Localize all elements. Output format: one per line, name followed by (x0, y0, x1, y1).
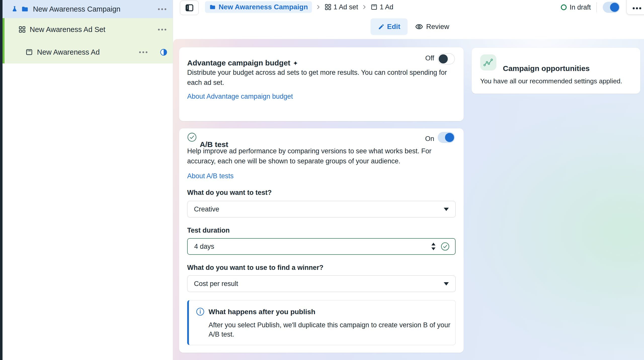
window-icon (371, 4, 378, 11)
number-stepper[interactable] (425, 243, 435, 250)
tree-item-ad[interactable]: New Awareness Ad (3, 41, 173, 63)
info-icon (196, 307, 205, 316)
breadcrumb-ad-label: 1 Ad (380, 3, 393, 11)
adset-overflow-menu-icon[interactable] (158, 29, 166, 30)
campaign-overflow-menu-icon[interactable] (158, 8, 166, 10)
top-bar: New Awareness Campaign 1 Ad set 1 Ad (173, 0, 644, 39)
winner-metric-value: Cost per result (194, 280, 238, 288)
tab-edit-label: Edit (387, 23, 400, 31)
ab-description: Help improve ad performance by comparing… (187, 146, 448, 166)
test-duration-label: Test duration (187, 227, 230, 234)
budget-description: Distribute your budget across ad sets to… (187, 67, 453, 88)
draft-progress-half-circle-icon (160, 49, 167, 56)
tab-review-label: Review (426, 23, 449, 31)
test-duration-value: 4 days (194, 243, 214, 250)
test-variable-value: Creative (194, 205, 219, 213)
chevron-right-icon (315, 4, 321, 10)
draft-status-label: In draft (570, 4, 591, 11)
info-box-title: What happens after you publish (209, 308, 315, 316)
ads-manager-editor: New Awareness Campaign New Awareness Ad … (0, 0, 644, 360)
collapse-sidebar-button[interactable] (180, 1, 199, 15)
info-box-body: After you select Publish, we'll duplicat… (209, 320, 460, 339)
advantage-campaign-budget-card: Advantage campaign budget✦ Off Distribut… (179, 47, 464, 121)
publish-info-box: What happens after you publish After you… (187, 300, 456, 345)
folder-icon (209, 4, 216, 11)
ad-overflow-menu-icon[interactable] (139, 51, 147, 53)
tree-item-adset[interactable]: New Awareness Ad Set (3, 18, 173, 41)
breadcrumb-campaign-label: New Awareness Campaign (219, 3, 308, 11)
draft-publish-toggle[interactable] (603, 2, 620, 13)
toggle-knob (439, 54, 448, 63)
tree-item-label: New Awareness Ad (37, 48, 100, 56)
tree-item-campaign[interactable]: New Awareness Campaign (3, 0, 173, 18)
check-circle-icon (187, 132, 197, 142)
step-up-icon[interactable] (431, 243, 435, 245)
valid-check-icon (441, 242, 450, 251)
toggle-knob (445, 133, 454, 142)
breadcrumb-ad[interactable]: 1 Ad (371, 3, 393, 11)
grid-icon (325, 4, 332, 11)
eye-icon (415, 23, 423, 31)
more-options-button[interactable] (626, 0, 644, 15)
draft-ring-icon (560, 4, 567, 11)
breadcrumb-adset-label: 1 Ad set (334, 3, 358, 11)
about-budget-link[interactable]: About Advantage campaign budget (187, 93, 293, 100)
ad-window-icon (25, 48, 33, 56)
ab-toggle-label: On (425, 135, 434, 143)
opportunities-body: You have all our recommended settings ap… (480, 76, 622, 86)
about-ab-tests-link[interactable]: About A/B tests (187, 172, 234, 180)
caret-down-icon (444, 208, 449, 211)
ab-test-card: A/B test On Help improve ad performance … (179, 128, 464, 353)
test-duration-input[interactable]: 4 days (187, 238, 456, 255)
advantage-budget-toggle[interactable] (438, 53, 455, 64)
draft-status-cluster: In draft (560, 0, 644, 15)
trend-line-icon (483, 57, 494, 68)
toggle-knob (610, 3, 619, 12)
budget-toggle-label: Off (425, 54, 434, 62)
tree-group-adset: New Awareness Ad Set New Awareness Ad (3, 18, 173, 63)
ellipsis-icon (633, 7, 641, 9)
tab-edit[interactable]: Edit (371, 18, 408, 35)
adset-grid-icon (18, 26, 26, 33)
card-title: Campaign opportunities (503, 64, 590, 73)
ab-test-flask-icon (11, 5, 18, 13)
divider (596, 2, 597, 12)
card-title: Advantage campaign budget✦ (187, 59, 298, 67)
breadcrumb-campaign[interactable]: New Awareness Campaign (205, 1, 312, 13)
breadcrumb: New Awareness Campaign 1 Ad set 1 Ad (205, 1, 393, 13)
test-variable-select[interactable]: Creative (187, 201, 456, 218)
step-down-icon[interactable] (431, 247, 435, 250)
campaign-tree-sidebar: New Awareness Campaign New Awareness Ad … (3, 0, 173, 360)
pencil-icon (378, 23, 385, 30)
campaign-folder-icon (21, 5, 29, 13)
breadcrumb-adset[interactable]: 1 Ad set (325, 3, 358, 11)
sidebar-panel-icon (185, 3, 194, 12)
tree-item-label: New Awareness Campaign (33, 5, 120, 13)
ab-test-toggle[interactable] (438, 132, 455, 143)
winner-metric-select[interactable]: Cost per result (187, 275, 456, 292)
tree-item-label: New Awareness Ad Set (30, 25, 105, 34)
left-rail (0, 0, 3, 360)
campaign-opportunities-card: Campaign opportunities You have all our … (472, 48, 640, 94)
chevron-right-icon (361, 4, 367, 10)
winner-metric-label: What do you want to use to find a winner… (187, 264, 323, 272)
caret-down-icon (444, 282, 449, 285)
tab-review[interactable]: Review (415, 18, 449, 35)
test-variable-label: What do you want to test? (187, 189, 272, 197)
trend-icon-tile (480, 54, 496, 70)
sparkle-icon: ✦ (293, 60, 298, 67)
